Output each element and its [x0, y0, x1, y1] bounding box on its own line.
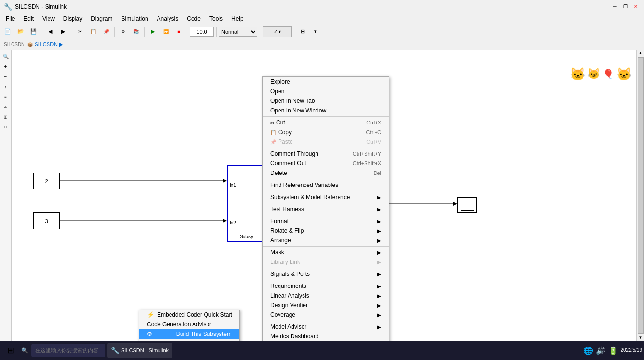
- ctx-sep-7: [263, 246, 389, 247]
- zoom-out[interactable]: −: [1, 72, 10, 81]
- ctx-mask[interactable]: Mask▶: [263, 248, 389, 257]
- subsystem-block[interactable]: In1 In2 Subsy: [227, 165, 266, 242]
- ctx-comment-through[interactable]: Comment ThroughCtrl+Shift+Y: [263, 149, 389, 159]
- output-block[interactable]: [457, 197, 477, 213]
- step-button[interactable]: ⏩: [160, 26, 171, 37]
- grid-dropdown[interactable]: ▾: [310, 26, 321, 37]
- toolbar-sep-6: [216, 27, 217, 37]
- copy-button[interactable]: 📋: [87, 26, 99, 37]
- ctx-comment-out[interactable]: Comment OutCtrl+Shift+X: [263, 159, 389, 168]
- restore-button[interactable]: ❐: [621, 2, 630, 11]
- ctx-coverage[interactable]: Coverage▶: [263, 310, 389, 320]
- scroll-up[interactable]: ▲: [638, 50, 644, 56]
- ctx-delete[interactable]: DeleteDel: [263, 168, 389, 178]
- ctx-open[interactable]: Open: [263, 87, 389, 96]
- title-bar: 🔧 SILCSDN - Simulink ─ ❐ ✕: [0, 0, 644, 13]
- grid-button[interactable]: ⊞: [297, 26, 308, 37]
- save-button[interactable]: 💾: [28, 26, 39, 37]
- context-menu: Explore Open Open In New Tab Open In New…: [262, 76, 389, 341]
- check-dropdown[interactable]: ▾: [279, 29, 281, 34]
- zoom-fit[interactable]: 🔍: [1, 52, 10, 61]
- submenu-build-subsystem[interactable]: ⚙ Build This Subsystem: [139, 329, 239, 339]
- ctx-open-new-tab[interactable]: Open In New Tab: [263, 96, 389, 106]
- menu-code[interactable]: Code: [183, 14, 205, 23]
- ctx-model-advisor[interactable]: Model Advisor▶: [263, 322, 389, 332]
- taskbar-datetime[interactable]: 2022/5/19: [621, 347, 643, 354]
- menu-simulation[interactable]: Simulation: [118, 14, 152, 23]
- menu-diagram[interactable]: Diagram: [87, 14, 116, 23]
- sidebar-tool3[interactable]: □: [1, 123, 10, 131]
- ctx-find-vars[interactable]: Find Referenced Variables: [263, 180, 389, 190]
- ctx-requirements[interactable]: Requirements▶: [263, 281, 389, 291]
- ctx-open-new-window[interactable]: Open In New Window: [263, 106, 389, 115]
- taskbar-network-icon[interactable]: 🌐: [583, 346, 593, 355]
- ctx-design-verifier[interactable]: Design Verifier▶: [263, 300, 389, 310]
- back-button[interactable]: ◀: [45, 26, 56, 37]
- start-button[interactable]: ⊞: [2, 343, 19, 358]
- sidebar-tool1[interactable]: A: [1, 102, 10, 111]
- ctx-metrics-dashboard[interactable]: Metrics Dashboard: [263, 332, 389, 341]
- zoom-in[interactable]: +: [1, 62, 10, 71]
- taskbar-app-simulink[interactable]: 🔧 SILCSDN - Simulink: [107, 343, 172, 358]
- cats-decoration: 🐱 🐱 🎈 🐱: [567, 55, 634, 93]
- toolbar-sep-7: [260, 27, 260, 37]
- ctx-sep-5: [263, 203, 389, 203]
- scroll-down[interactable]: ▼: [638, 335, 644, 341]
- submenu-code-gen-advisor[interactable]: Code Generation Advisor: [139, 320, 239, 329]
- ctx-format[interactable]: Format▶: [263, 216, 389, 226]
- build-icon: ⚙: [147, 331, 152, 337]
- menu-view[interactable]: View: [38, 14, 59, 23]
- scroll-thumb[interactable]: [638, 57, 644, 334]
- navigate-up[interactable]: ↑: [1, 82, 10, 91]
- subsystem-in1: In1: [228, 182, 265, 189]
- taskbar-volume-icon[interactable]: 🔊: [596, 346, 606, 355]
- ctx-rotate-flip[interactable]: Rotate & Flip▶: [263, 226, 389, 236]
- portmap[interactable]: ≡: [1, 92, 10, 101]
- vertical-scrollbar[interactable]: ▲ ▼: [636, 50, 644, 341]
- menu-help[interactable]: Help: [228, 14, 247, 23]
- menu-edit[interactable]: Edit: [20, 14, 37, 23]
- ctx-explore[interactable]: Explore: [263, 77, 389, 87]
- breadcrumb-bar: SILCSDN 📦 SILCSDN ▶: [0, 39, 644, 50]
- taskbar-search-input[interactable]: [31, 344, 105, 357]
- window-controls[interactable]: ─ ❐ ✕: [610, 2, 640, 11]
- simulation-mode[interactable]: Normal Accelerator: [219, 27, 257, 37]
- ctx-sep-3: [263, 179, 389, 179]
- run-button[interactable]: ▶: [147, 26, 158, 37]
- close-button[interactable]: ✕: [632, 2, 640, 11]
- ctx-arrange[interactable]: Arrange▶: [263, 236, 389, 245]
- menu-display[interactable]: Display: [60, 14, 86, 23]
- breadcrumb: 📦 SILCSDN ▶: [27, 41, 63, 48]
- ctx-sep-1: [263, 116, 389, 117]
- model-settings[interactable]: ⚙: [117, 26, 129, 37]
- stop-button[interactable]: ■: [173, 26, 184, 37]
- block-constant-3[interactable]: 3: [33, 212, 60, 229]
- check-button[interactable]: ✓ ▾: [263, 26, 292, 37]
- svg-marker-1: [223, 179, 227, 183]
- ctx-test-harness[interactable]: Test Harness▶: [263, 204, 389, 214]
- sidebar-tool2[interactable]: ◫: [1, 112, 10, 121]
- paste-button[interactable]: 📌: [100, 26, 112, 37]
- time-input[interactable]: [190, 27, 214, 37]
- cpp-submenu: ⚡ Embedded Coder Quick Start Code Genera…: [139, 310, 240, 341]
- ctx-signals-ports[interactable]: Signals & Ports▶: [263, 269, 389, 279]
- open-button[interactable]: 📂: [15, 26, 26, 37]
- ctx-copy[interactable]: 📋 Copy Ctrl+C: [263, 127, 389, 137]
- submenu-embedded-coder[interactable]: ⚡ Embedded Coder Quick Start: [139, 310, 239, 320]
- ctx-cut[interactable]: ✂ Cut Ctrl+X: [263, 118, 389, 127]
- ctx-subsystem-ref[interactable]: Subsystem & Model Reference▶: [263, 192, 389, 202]
- cut-button[interactable]: ✂: [74, 26, 86, 37]
- ctx-linear-analysis[interactable]: Linear Analysis▶: [263, 291, 389, 300]
- toolbar-sep-3: [114, 27, 115, 37]
- menu-file[interactable]: File: [2, 14, 19, 23]
- forward-button[interactable]: ▶: [58, 26, 69, 37]
- library-browser[interactable]: 📚: [130, 26, 142, 37]
- menu-tools[interactable]: Tools: [206, 14, 227, 23]
- minimize-button[interactable]: ─: [610, 2, 619, 11]
- new-button[interactable]: 📄: [2, 26, 13, 37]
- taskbar: ⊞ 🔍 🔧 SILCSDN - Simulink 🌐 🔊 🔋 2022/5/19: [0, 341, 644, 360]
- menu-analysis[interactable]: Analysis: [153, 14, 182, 23]
- taskbar-battery-icon[interactable]: 🔋: [608, 346, 618, 355]
- block-constant-2[interactable]: 2: [33, 173, 60, 189]
- canvas-area: 2 3 In1 In2 Subsy 🐱: [12, 50, 644, 341]
